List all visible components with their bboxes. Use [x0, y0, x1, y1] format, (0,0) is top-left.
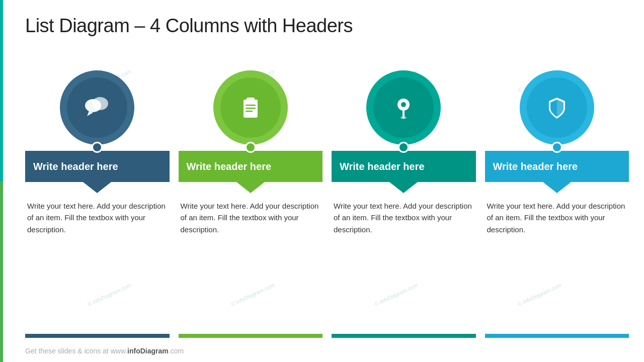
- svg-rect-6: [246, 108, 256, 109]
- arrow-2: [236, 182, 265, 193]
- arrow-1: [83, 182, 111, 193]
- header-box-2: Write header here: [179, 151, 323, 193]
- left-accent: [0, 0, 3, 362]
- watermark-5: © infoDiagram.com: [87, 282, 132, 308]
- clipboard-icon: [235, 93, 266, 123]
- header-inner-3: Write header here: [332, 151, 476, 182]
- connector-dot-2: [245, 142, 256, 153]
- header-box-4: Write header here: [485, 151, 629, 193]
- footer-text-after: .com: [169, 347, 184, 355]
- column-2: Write header here Write your text here. …: [179, 70, 323, 235]
- header-text-4: Write header here: [493, 160, 621, 173]
- header-text-2: Write header here: [187, 160, 315, 173]
- svg-rect-7: [246, 111, 253, 112]
- footer-brand: infoDiagram: [127, 347, 169, 355]
- desc-text-4: Write your text here. Add your descripti…: [485, 193, 629, 235]
- svg-rect-5: [246, 105, 256, 106]
- svg-rect-4: [247, 98, 255, 102]
- svg-point-11: [400, 117, 407, 119]
- bottom-bar-2: [179, 334, 323, 338]
- icon-circle-outer-4: [520, 70, 594, 145]
- arrow-4: [543, 182, 571, 193]
- header-inner-2: Write header here: [179, 151, 323, 182]
- icon-circle-inner-4: [527, 77, 587, 138]
- svg-point-9: [401, 102, 406, 107]
- icon-circle-outer-3: [366, 70, 441, 145]
- watermark-8: © infoDiagram.com: [517, 282, 562, 308]
- icon-circle-inner-3: [373, 77, 434, 138]
- shield-icon: [542, 93, 572, 123]
- page-title: List Diagram – 4 Columns with Headers: [25, 15, 353, 37]
- column-1: Write header here Write your text here. …: [25, 70, 170, 235]
- bottom-bars: [25, 334, 629, 338]
- connector-dot-4: [551, 142, 562, 153]
- columns-container: Write header here Write your text here. …: [25, 70, 629, 235]
- footer: Get these slides & icons at www.infoDiag…: [25, 347, 184, 355]
- chat-icon: [82, 93, 112, 123]
- column-4: Write header here Write your text here. …: [485, 70, 629, 235]
- header-box-3: Write header here: [332, 151, 476, 193]
- footer-text-before: Get these slides & icons at www.: [25, 347, 127, 355]
- header-text-1: Write header here: [33, 160, 162, 173]
- column-3: Write header here Write your text here. …: [332, 70, 476, 235]
- pin-icon: [388, 93, 419, 123]
- watermark-6: © infoDiagram.com: [230, 282, 276, 308]
- watermark-7: © infoDiagram.com: [373, 282, 419, 308]
- icon-circle-inner-1: [67, 77, 127, 138]
- svg-point-1: [92, 97, 108, 110]
- icon-circle-outer-1: [60, 70, 134, 145]
- header-inner-1: Write header here: [25, 151, 170, 182]
- desc-text-1: Write your text here. Add your descripti…: [25, 193, 170, 235]
- header-box-1: Write header here: [25, 151, 170, 193]
- bottom-bar-1: [25, 334, 170, 338]
- arrow-3: [389, 182, 418, 193]
- desc-text-3: Write your text here. Add your descripti…: [332, 193, 476, 235]
- bottom-bar-3: [332, 334, 476, 338]
- header-text-3: Write header here: [340, 160, 468, 173]
- icon-circle-inner-2: [220, 77, 281, 138]
- desc-text-2: Write your text here. Add your descripti…: [179, 193, 323, 235]
- icon-circle-outer-2: [213, 70, 288, 145]
- header-inner-4: Write header here: [485, 151, 629, 182]
- bottom-bar-4: [485, 334, 629, 338]
